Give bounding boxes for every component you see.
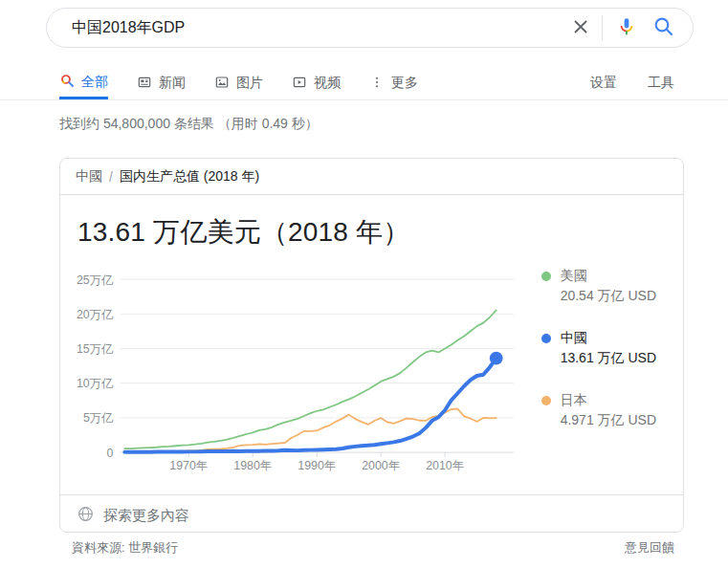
legend-country-name: 美國 — [561, 268, 587, 285]
legend-country-value: 20.54 万亿 USD — [561, 288, 683, 305]
search-bar — [46, 8, 694, 48]
search-bar-icons — [571, 15, 693, 41]
y-axis-tick-label: 20万亿 — [77, 308, 114, 321]
series-line — [124, 359, 496, 452]
tab-all[interactable]: 全部 — [59, 67, 108, 99]
tab-images-label: 图片 — [236, 75, 263, 92]
gdp-headline: 13.61 万亿美元（2018 年） — [77, 214, 683, 251]
tab-videos-label: 视频 — [314, 75, 341, 92]
knowledge-panel: 中國 / 国内生产总值 (2018 年) 13.61 万亿美元（2018 年） … — [59, 158, 684, 533]
x-axis-tick-label: 1990年 — [298, 459, 336, 472]
legend-item[interactable]: 中國13.61 万亿 USD — [541, 330, 683, 367]
legend-item[interactable]: 美國20.54 万亿 USD — [541, 268, 683, 305]
breadcrumb-country: 中國 — [76, 168, 102, 186]
video-icon — [292, 75, 307, 93]
tabs-right-group: 设置 工具 — [590, 67, 728, 99]
tab-more-label: 更多 — [391, 75, 418, 92]
tab-news[interactable]: 新闻 — [137, 67, 186, 99]
news-icon — [137, 75, 152, 93]
explore-more-label: 探索更多內容 — [103, 507, 189, 525]
result-tabs: 全部 新闻 图片 视频 — [0, 67, 728, 100]
y-axis-tick-label: 10万亿 — [77, 377, 114, 390]
gdp-line-chart[interactable]: 05万亿10万亿15万亿20万亿25万亿1970年1980年1990年2000年… — [68, 264, 527, 484]
series-end-dot — [490, 352, 503, 365]
microphone-icon — [616, 16, 637, 40]
data-source-label: 資料來源: 世界銀行 — [72, 539, 178, 557]
image-icon — [214, 75, 230, 93]
voice-search-button[interactable] — [616, 16, 637, 40]
legend-dot-icon — [541, 272, 551, 281]
tools-menu[interactable]: 工具 — [648, 67, 674, 99]
legend-country-value: 13.61 万亿 USD — [561, 350, 683, 367]
y-axis-tick-label: 25万亿 — [77, 273, 114, 287]
search-icon — [652, 15, 675, 41]
settings-label: 设置 — [590, 75, 617, 92]
source-row: 資料來源: 世界銀行 意見回饋 — [59, 539, 684, 557]
result-stats: 找到约 54,800,000 条结果 （用时 0.49 秒） — [59, 116, 319, 133]
globe-icon — [77, 505, 95, 526]
legend-item[interactable]: 日本4.971 万亿 USD — [541, 392, 683, 429]
x-axis-tick-label: 1970年 — [169, 459, 208, 472]
tab-more[interactable]: 更多 — [369, 67, 418, 99]
close-icon — [571, 17, 590, 39]
search-colored-icon — [59, 73, 75, 91]
x-axis-tick-label: 1980年 — [233, 459, 272, 472]
legend-country-value: 4.971 万亿 USD — [561, 412, 683, 429]
tab-news-label: 新闻 — [159, 75, 186, 92]
x-axis-tick-label: 2000年 — [362, 459, 400, 472]
y-axis-tick-label: 15万亿 — [77, 342, 114, 356]
breadcrumb-metric: 国内生产总值 (2018 年) — [120, 168, 259, 186]
legend-dot-icon — [541, 334, 551, 343]
y-axis-tick-label: 5万亿 — [83, 411, 114, 425]
legend-country-name: 日本 — [561, 392, 587, 409]
legend-country-name: 中國 — [561, 330, 587, 347]
breadcrumb: 中國 / 国内生产总值 (2018 年) — [60, 159, 683, 195]
more-vertical-icon — [369, 75, 385, 93]
breadcrumb-separator: / — [109, 169, 113, 185]
legend-dot-icon — [541, 396, 551, 405]
tab-videos[interactable]: 视频 — [292, 67, 341, 99]
search-input[interactable] — [47, 19, 571, 36]
clear-search-button[interactable] — [571, 17, 590, 39]
tab-all-label: 全部 — [81, 74, 108, 91]
search-bar-divider — [602, 15, 603, 40]
chart-legend: 美國20.54 万亿 USD中國13.61 万亿 USD日本4.971 万亿 U… — [541, 268, 683, 484]
explore-more-link[interactable]: 探索更多內容 — [60, 494, 683, 535]
series-line — [124, 310, 496, 448]
tab-images[interactable]: 图片 — [214, 67, 263, 99]
y-axis-tick-label: 0 — [107, 447, 114, 460]
chart-area: 05万亿10万亿15万亿20万亿25万亿1970年1980年1990年2000年… — [60, 264, 683, 484]
x-axis-tick-label: 2010年 — [426, 459, 464, 472]
settings-menu[interactable]: 设置 — [590, 67, 617, 99]
search-submit-button[interactable] — [652, 15, 675, 41]
feedback-link[interactable]: 意見回饋 — [625, 539, 674, 557]
tools-label: 工具 — [648, 75, 674, 92]
